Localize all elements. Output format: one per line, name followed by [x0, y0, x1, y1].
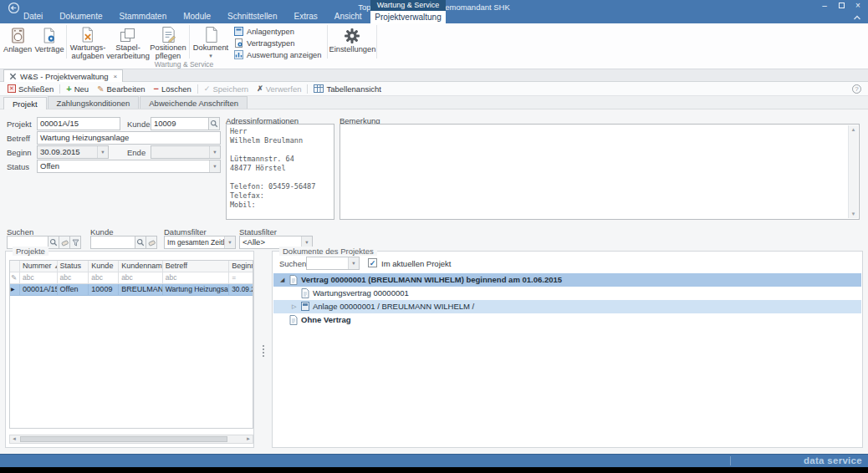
col-kundenname[interactable]: Kundenname [119, 261, 163, 272]
ribbon-group-label: Wartung & Service [117, 60, 251, 69]
menu-item-ansicht[interactable]: Ansicht [326, 10, 370, 23]
anlagentypen-button[interactable]: Anlagentypen [234, 27, 321, 36]
status-select[interactable]: Offen ▾ [37, 160, 221, 173]
tab-ws-projektverwaltung[interactable]: W&S - Projektverwaltung × [3, 69, 123, 82]
filter-status[interactable]: abc [58, 272, 89, 284]
verwerfen-button[interactable]: ✗Verwerfen [253, 84, 305, 94]
tab-abweichende-anschriften[interactable]: Abweichende Anschriften [140, 96, 248, 109]
suchen-clear-button[interactable] [59, 236, 70, 249]
stapelverarbeitung-button[interactable]: Stapel- verarbeitung [108, 23, 148, 60]
wartungsaufgaben-button[interactable]: Wartungs- aufgaben [68, 23, 108, 60]
positionen-pflegen-button[interactable]: Positionen pflegen [148, 23, 188, 60]
col-betreff[interactable]: Betreff [163, 261, 229, 272]
dokument-button[interactable]: Dokument ▾ [191, 23, 231, 60]
filter-betreff[interactable]: abc [163, 272, 229, 284]
col-status[interactable]: Status [58, 261, 89, 272]
loeschen-button[interactable]: −Löschen [149, 84, 195, 94]
close-icon[interactable]: × [850, 0, 866, 12]
eraser-icon [148, 239, 156, 247]
bemerkung-scrollbar[interactable]: ▲ ▼ [848, 125, 858, 218]
help-icon[interactable]: ? [852, 84, 861, 94]
bemerkung-textarea[interactable]: ▲ ▼ [340, 124, 860, 220]
speichern-button[interactable]: ✓Speichern [200, 84, 253, 94]
dropdown-arrow-icon: ▾ [209, 52, 212, 60]
table-row[interactable]: ▶ 00001A/15 Offen 10009 BREULMANN Wartun… [10, 284, 253, 296]
ende-date-field[interactable]: ▾ [151, 145, 221, 159]
suchen-search-button[interactable] [48, 236, 59, 249]
scroll-right-icon[interactable]: ► [246, 435, 251, 443]
scrollbar-thumb[interactable] [20, 436, 227, 442]
dokumente-suchen-label: Suchen [279, 259, 306, 268]
maximize-icon[interactable] [833, 0, 850, 12]
aktuelles-projekt-checkbox[interactable]: ✓ [368, 258, 377, 267]
search-icon [210, 120, 218, 128]
menu-item-module[interactable]: Module [175, 10, 219, 23]
horizontal-scrollbar[interactable]: ◄ ► [9, 435, 253, 444]
chevron-up-icon[interactable] [853, 14, 861, 21]
kunde-field[interactable]: 10009 [151, 117, 209, 130]
kunde-filter-input[interactable] [90, 236, 135, 249]
scroll-up-icon[interactable]: ▲ [849, 127, 858, 132]
chevron-down-icon[interactable]: ▾ [224, 237, 235, 248]
schliessen-button[interactable]: ✕Schließen [3, 84, 58, 94]
tab-zahlungskonditionen[interactable]: Zahlungskonditionen [48, 96, 140, 109]
suchen-extended-button[interactable] [69, 236, 81, 249]
neu-button[interactable]: +Neu [62, 84, 93, 94]
dokumente-suchen-select[interactable]: ▾ [306, 257, 360, 270]
projekt-label: Projekt [7, 120, 32, 129]
filter-nummer[interactable]: abc [20, 272, 58, 284]
tree-collapsed-icon[interactable]: ▷ [292, 300, 296, 313]
chevron-down-icon[interactable]: ▾ [209, 160, 220, 172]
maintenance-tools-icon [80, 26, 95, 43]
search-icon [136, 238, 145, 247]
col-kunde[interactable]: Kunde [89, 261, 119, 272]
panel-splitter[interactable] [260, 251, 268, 448]
betreff-field[interactable]: Wartung Heizungsanlage [37, 131, 221, 145]
filter-kundenname[interactable]: abc [119, 272, 163, 284]
bearbeiten-button[interactable]: ✎Bearbeiten [93, 84, 149, 94]
kunde-search-button[interactable] [208, 117, 220, 130]
col-beginn[interactable]: Beginn [229, 261, 253, 272]
anlagen-button[interactable]: Anlagen [2, 23, 33, 60]
auswertung-anzeigen-button[interactable]: Auswertung anzeigen [234, 50, 321, 59]
menu-item-datei[interactable]: Datei [15, 10, 51, 23]
menu-item-extras[interactable]: Extras [286, 10, 326, 23]
maintenance-doc-icon [301, 288, 309, 298]
menu-item-schnittstellen[interactable]: Schnittstellen [219, 10, 285, 23]
tree-item-anlage[interactable]: ▷ Anlage 00000001 / BREULMANN WILHELM / [273, 300, 861, 313]
filter-beginn[interactable]: = [229, 272, 253, 284]
tab-projekt[interactable]: Projekt [3, 97, 47, 109]
tabellenansicht-button[interactable]: Tabellenansicht [309, 84, 385, 94]
chevron-down-icon[interactable]: ▾ [348, 257, 359, 269]
data-service-logo: data service [804, 455, 862, 465]
chevron-down-icon[interactable]: ▾ [209, 146, 220, 158]
scroll-down-icon[interactable]: ▼ [849, 211, 858, 216]
menu-item-stammdaten[interactable]: Stammdaten [111, 10, 176, 23]
tree-expanded-icon[interactable]: ◢ [280, 273, 284, 287]
datumsfilter-select[interactable]: Im gesamten Zeitbereich ▾ [164, 236, 236, 249]
einstellungen-button[interactable]: Einstellungen [329, 23, 375, 60]
beginn-date-field[interactable]: 30.09.2015 ▾ [37, 145, 109, 159]
vertragstypen-button[interactable]: Vertragstypen [234, 38, 321, 48]
filter-kunde[interactable]: abc [89, 272, 119, 284]
splitter-grip-icon [263, 345, 264, 357]
chevron-down-icon[interactable]: ▾ [97, 146, 108, 158]
vertraege-button[interactable]: Verträge [33, 23, 65, 60]
scroll-left-icon[interactable]: ◄ [12, 435, 17, 443]
col-nummer[interactable]: Nummer▲ [20, 261, 58, 272]
titlebar: TopKontor Handwerk - Demomandant SHK – ×… [0, 0, 868, 23]
tree-item-wartungsvertrag[interactable]: Wartungsvertrag 00000001 [273, 287, 861, 300]
tree-item-ohne-vertrag[interactable]: Ohne Vertrag [273, 313, 861, 327]
minimize-icon[interactable]: – [816, 0, 833, 12]
filter-pencil-icon: ✎ [10, 272, 20, 284]
projekt-field[interactable]: 00001A/15 [37, 117, 120, 130]
close-tab-icon[interactable]: × [114, 73, 118, 80]
ribbon-tab-projektverwaltung[interactable]: Projektverwaltung [370, 11, 447, 23]
menu-item-dokumente[interactable]: Dokumente [51, 10, 110, 23]
tree-item-vertrag[interactable]: ◢ Vertrag 00000001 (BREULMANN WILHELM) b… [273, 273, 861, 287]
table-filter-row: ✎ abc abc abc abc abc = [10, 272, 253, 284]
kunde-filter-search-button[interactable] [135, 236, 146, 249]
kunde-filter-clear-button[interactable] [146, 236, 157, 249]
projekte-group-label: Projekte [13, 247, 49, 256]
vertragstypen-icon [234, 38, 243, 48]
